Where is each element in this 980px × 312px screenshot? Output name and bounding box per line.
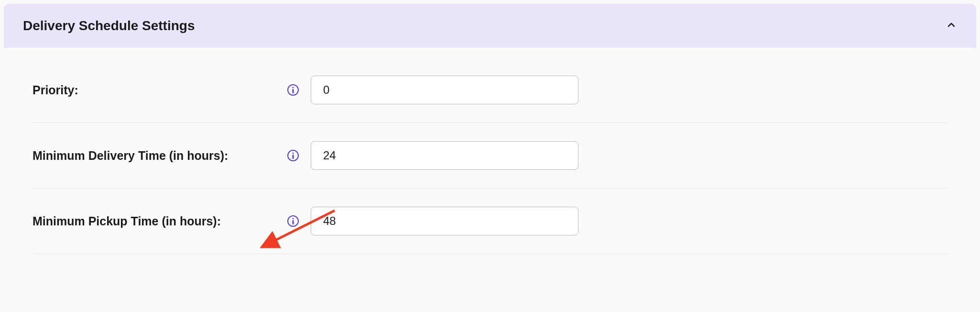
priority-input[interactable] xyxy=(311,76,578,104)
svg-point-0 xyxy=(293,87,294,89)
min-pickup-input[interactable] xyxy=(311,207,578,235)
svg-point-2 xyxy=(293,153,294,154)
info-icon[interactable] xyxy=(287,150,299,161)
svg-point-4 xyxy=(293,218,294,220)
priority-label: Priority: xyxy=(33,81,281,100)
min-pickup-label: Minimum Pickup Time (in hours): xyxy=(33,212,281,231)
svg-rect-5 xyxy=(293,220,294,224)
info-icon[interactable] xyxy=(287,84,299,96)
svg-rect-3 xyxy=(293,155,294,159)
min-delivery-row: Minimum Delivery Time (in hours): xyxy=(33,123,947,189)
svg-rect-1 xyxy=(293,89,294,93)
panel-title: Delivery Schedule Settings xyxy=(23,18,195,33)
min-pickup-row: Minimum Pickup Time (in hours): xyxy=(33,189,947,254)
priority-row: Priority: xyxy=(33,57,947,123)
chevron-up-icon xyxy=(946,19,957,33)
info-icon[interactable] xyxy=(287,215,299,227)
panel-body: Priority: Minimum Delivery Time (in hour… xyxy=(4,48,976,259)
settings-panel: Delivery Schedule Settings Priority: Min xyxy=(4,4,976,259)
min-delivery-input[interactable] xyxy=(311,141,578,170)
min-delivery-label: Minimum Delivery Time (in hours): xyxy=(33,146,281,165)
panel-header[interactable]: Delivery Schedule Settings xyxy=(4,4,976,48)
